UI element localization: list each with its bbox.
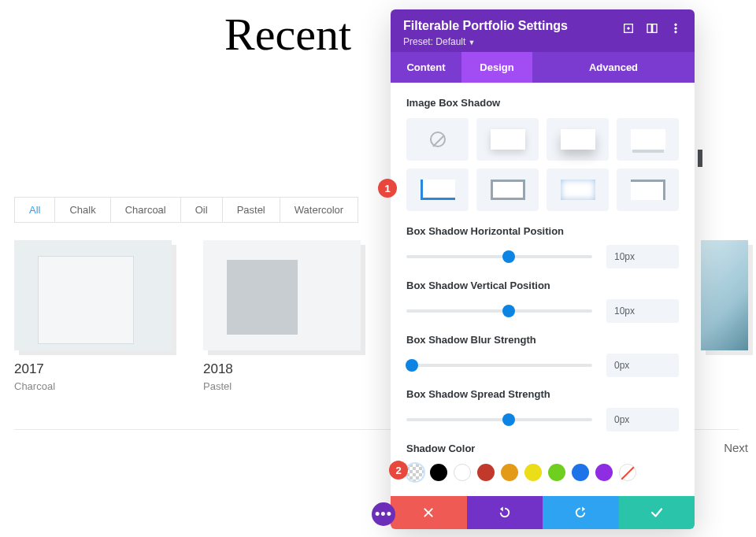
swatch-purple[interactable] xyxy=(595,464,613,481)
svg-rect-3 xyxy=(653,24,657,33)
slider-thumb[interactable] xyxy=(502,413,515,426)
undo-icon xyxy=(498,506,512,520)
slider-thumb[interactable] xyxy=(406,359,418,372)
vertical-position-label: Box Shadow Vertical Position xyxy=(406,280,679,291)
tab-bar: Content Design Advanced xyxy=(391,52,695,83)
shadow-preview xyxy=(631,180,665,200)
expand-icon[interactable] xyxy=(622,22,635,35)
swatch-yellow[interactable] xyxy=(524,464,542,481)
image-box-shadow-label: Image Box Shadow xyxy=(406,97,679,109)
spread-strength-value[interactable]: 0px xyxy=(606,408,679,431)
blur-strength-label: Box Shadow Blur Strength xyxy=(406,334,679,346)
tab-content[interactable]: Content xyxy=(391,52,461,83)
preset-selector[interactable]: Preset: Default▼ xyxy=(403,36,622,47)
color-swatches xyxy=(406,464,679,481)
vertical-position-slider[interactable] xyxy=(406,309,592,313)
horizontal-position-label: Box Shadow Horizontal Position xyxy=(406,225,679,237)
horizontal-position-value[interactable]: 10px xyxy=(606,245,679,268)
swatch-orange[interactable] xyxy=(501,464,518,481)
swatch-red[interactable] xyxy=(477,464,495,481)
portfolio-card[interactable]: 2018 Pastel xyxy=(203,240,361,392)
portfolio-year: 2018 xyxy=(203,361,361,377)
shadow-preview xyxy=(421,180,455,200)
spread-strength-slider[interactable] xyxy=(406,418,592,421)
filter-chalk[interactable]: Chalk xyxy=(55,198,110,222)
shadow-option[interactable] xyxy=(406,169,469,211)
none-icon xyxy=(430,131,446,147)
pagination-next[interactable]: Next xyxy=(724,441,748,454)
tab-advanced[interactable]: Advanced xyxy=(532,52,695,83)
blur-strength-slider[interactable] xyxy=(406,364,592,367)
swatch-transparent[interactable] xyxy=(406,464,424,481)
swatch-white[interactable] xyxy=(454,464,471,481)
shadow-option[interactable] xyxy=(476,118,539,161)
svg-point-4 xyxy=(675,24,677,26)
filter-all[interactable]: All xyxy=(15,198,55,222)
panel-body: Image Box Shadow Box Shadow Horizontal P… xyxy=(391,83,695,496)
horizontal-position-slider[interactable] xyxy=(406,255,592,258)
filter-bar: All Chalk Charcoal Oil Pastel Watercolor xyxy=(14,197,358,223)
shadow-option[interactable] xyxy=(547,169,609,211)
shadow-preview xyxy=(561,129,595,150)
shadow-preview xyxy=(491,180,525,200)
svg-point-1 xyxy=(628,28,630,30)
chevron-down-icon: ▼ xyxy=(468,39,475,46)
shadow-option[interactable] xyxy=(476,169,539,211)
columns-icon[interactable] xyxy=(646,22,658,35)
filter-pastel[interactable]: Pastel xyxy=(223,198,280,222)
filter-watercolor[interactable]: Watercolor xyxy=(280,198,358,222)
portfolio-thumbnail xyxy=(701,240,748,350)
panel-title: Filterable Portfolio Settings xyxy=(403,19,622,33)
svg-point-6 xyxy=(675,31,677,33)
undo-button[interactable] xyxy=(467,496,543,529)
shadow-option[interactable] xyxy=(617,118,679,161)
svg-rect-2 xyxy=(647,24,651,33)
shadow-color-label: Shadow Color xyxy=(406,443,679,454)
check-icon xyxy=(650,506,664,520)
panel-footer xyxy=(391,496,695,529)
shadow-option[interactable] xyxy=(617,169,679,211)
portfolio-year: 2017 xyxy=(14,361,172,377)
svg-point-5 xyxy=(675,28,677,30)
panel-header: Filterable Portfolio Settings Preset: De… xyxy=(391,9,695,52)
close-icon xyxy=(422,506,435,519)
portfolio-category: Pastel xyxy=(203,380,361,392)
swatch-nocolor[interactable] xyxy=(619,464,636,481)
blur-strength-value[interactable]: 0px xyxy=(606,354,679,377)
portfolio-category: Charcoal xyxy=(14,380,172,392)
slider-thumb[interactable] xyxy=(502,305,515,317)
redo-button[interactable] xyxy=(543,496,619,529)
shadow-none-option[interactable] xyxy=(406,118,469,161)
swatch-green[interactable] xyxy=(548,464,565,481)
tab-design[interactable]: Design xyxy=(461,52,532,83)
slider-thumb[interactable] xyxy=(502,250,515,263)
shadow-preset-grid xyxy=(406,118,679,211)
shadow-preview xyxy=(631,129,665,150)
swatch-black[interactable] xyxy=(430,464,447,481)
spread-strength-label: Box Shadow Spread Strength xyxy=(406,388,679,400)
kebab-menu-icon[interactable] xyxy=(669,22,682,35)
edge-handle[interactable] xyxy=(698,150,702,167)
redo-icon xyxy=(573,506,587,520)
dots-icon: ••• xyxy=(375,506,392,523)
page-title: Recent xyxy=(224,8,351,61)
save-button[interactable] xyxy=(619,496,695,529)
settings-panel: Filterable Portfolio Settings Preset: De… xyxy=(391,9,695,529)
swatch-blue[interactable] xyxy=(572,464,589,481)
preset-label: Preset: Default xyxy=(403,36,465,47)
shadow-preview xyxy=(561,180,595,200)
annotation-step-2: 2 xyxy=(389,461,408,480)
vertical-position-value[interactable]: 10px xyxy=(606,299,679,323)
shadow-preview xyxy=(491,129,525,150)
shadow-option[interactable] xyxy=(547,118,609,161)
cancel-button[interactable] xyxy=(391,496,467,529)
gallery: 2017 Charcoal 2018 Pastel xyxy=(14,240,361,392)
annotation-step-1: 1 xyxy=(378,179,397,198)
filter-oil[interactable]: Oil xyxy=(181,198,223,222)
portfolio-thumbnail xyxy=(203,240,361,350)
filter-charcoal[interactable]: Charcoal xyxy=(111,198,181,222)
more-options-button[interactable]: ••• xyxy=(372,502,395,526)
portfolio-thumbnail xyxy=(14,240,172,350)
portfolio-card[interactable]: 2017 Charcoal xyxy=(14,240,172,392)
